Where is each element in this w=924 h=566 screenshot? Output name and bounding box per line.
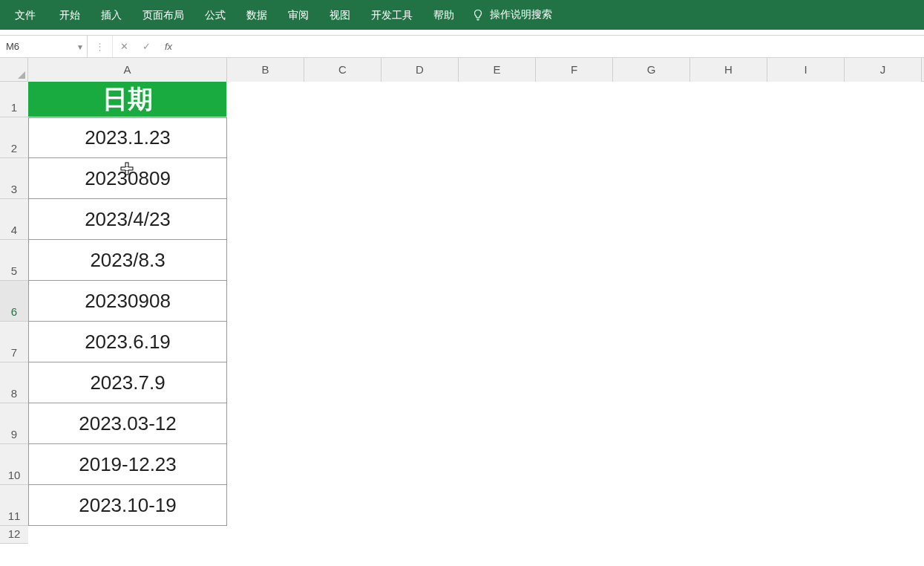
row-header-5[interactable]: 5 (0, 240, 28, 281)
dropdown-icon[interactable]: ▼ (76, 42, 84, 51)
row-header-2[interactable]: 2 (0, 117, 28, 158)
cell-A1-header[interactable]: 日期 (28, 82, 227, 117)
row-headers: 123456789101112 (0, 82, 28, 544)
column-header-B[interactable]: B (227, 58, 304, 82)
ribbon-tab-文件[interactable]: 文件 (3, 0, 49, 30)
cancel-icon: ✕ (120, 41, 128, 52)
cell-A11[interactable]: 2023.10-19 (28, 485, 227, 526)
column-header-I[interactable]: I (767, 58, 845, 82)
select-all-triangle[interactable] (0, 58, 28, 82)
row-header-10[interactable]: 10 (0, 444, 28, 485)
column-header-A[interactable]: A (28, 58, 227, 82)
tell-me-search[interactable]: 操作说明搜索 (465, 0, 560, 30)
row-header-11[interactable]: 11 (0, 485, 28, 526)
cell-A9[interactable]: 2023.03-12 (28, 403, 227, 444)
ribbon-tab-页面布局[interactable]: 页面布局 (132, 0, 194, 30)
cell-A3[interactable]: 20230809 (28, 158, 227, 199)
ribbon-tab-开发工具[interactable]: 开发工具 (361, 0, 423, 30)
insert-function-button[interactable]: fx (157, 36, 180, 57)
row-header-9[interactable]: 9 (0, 403, 28, 444)
ribbon-tab-数据[interactable]: 数据 (236, 0, 278, 30)
cell-A10[interactable]: 2019-12.23 (28, 444, 227, 485)
row-header-3[interactable]: 3 (0, 158, 28, 199)
formula-bar: M6 ▼ ⋮ ✕ ✓ fx (0, 36, 924, 58)
name-box[interactable]: M6 ▼ (0, 36, 88, 57)
row-header-12[interactable]: 12 (0, 526, 28, 544)
spreadsheet-grid[interactable]: ABCDEFGHIJ 123456789101112 日期2023.1.2320… (0, 58, 924, 566)
ribbon-tab-公式[interactable]: 公式 (194, 0, 236, 30)
column-header-G[interactable]: G (613, 58, 690, 82)
column-header-F[interactable]: F (536, 58, 613, 82)
column-header-D[interactable]: D (381, 58, 459, 82)
column-header-J[interactable]: J (845, 58, 922, 82)
enter-button[interactable]: ✓ (135, 36, 157, 57)
row-header-7[interactable]: 7 (0, 322, 28, 362)
name-box-value: M6 (6, 41, 19, 52)
cell-A8[interactable]: 2023.7.9 (28, 362, 227, 403)
ribbon-tab-开始[interactable]: 开始 (49, 0, 91, 30)
column-header-C[interactable]: C (304, 58, 381, 82)
column-headers: ABCDEFGHIJ (28, 58, 924, 82)
cell-A5[interactable]: 2023/8.3 (28, 240, 227, 281)
formula-bar-separator: ⋮ (88, 36, 113, 57)
ribbon-lower-border (0, 30, 924, 36)
ribbon-tab-帮助[interactable]: 帮助 (423, 0, 465, 30)
ribbon-tab-视图[interactable]: 视图 (319, 0, 361, 30)
check-icon: ✓ (142, 41, 151, 52)
ribbon-menu: 文件开始插入页面布局公式数据审阅视图开发工具帮助 操作说明搜索 (0, 0, 924, 30)
cancel-button[interactable]: ✕ (113, 36, 135, 57)
row-header-4[interactable]: 4 (0, 199, 28, 240)
ribbon-tab-审阅[interactable]: 审阅 (278, 0, 319, 30)
cell-A4[interactable]: 2023/4/23 (28, 199, 227, 240)
formula-input[interactable] (180, 36, 924, 57)
tell-me-label: 操作说明搜索 (490, 8, 552, 22)
row-header-1[interactable]: 1 (0, 82, 28, 117)
column-header-E[interactable]: E (459, 58, 536, 82)
fx-icon: fx (165, 41, 172, 52)
ribbon-tab-插入[interactable]: 插入 (91, 0, 132, 30)
column-header-H[interactable]: H (690, 58, 767, 82)
cell-A6[interactable]: 20230908 (28, 281, 227, 322)
row-header-6[interactable]: 6 (0, 281, 28, 322)
cell-A2[interactable]: 2023.1.23 (28, 117, 227, 158)
lightbulb-icon (472, 9, 484, 21)
row-header-8[interactable]: 8 (0, 362, 28, 403)
cell-A7[interactable]: 2023.6.19 (28, 322, 227, 362)
